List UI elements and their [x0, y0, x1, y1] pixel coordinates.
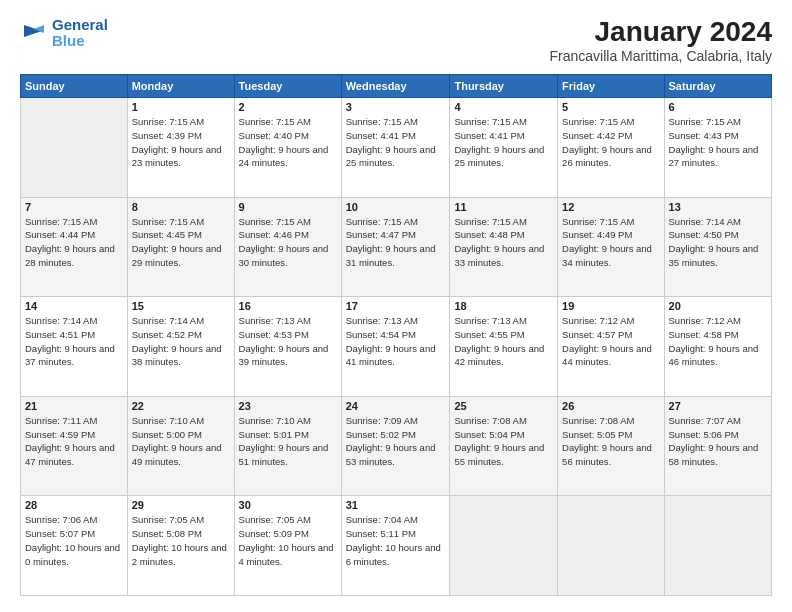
calendar-day-cell: 7Sunrise: 7:15 AMSunset: 4:44 PMDaylight… [21, 197, 128, 297]
calendar-day-cell: 3Sunrise: 7:15 AMSunset: 4:41 PMDaylight… [341, 98, 450, 198]
day-info: Sunrise: 7:14 AMSunset: 4:51 PMDaylight:… [25, 314, 123, 369]
calendar-day-cell: 16Sunrise: 7:13 AMSunset: 4:53 PMDayligh… [234, 297, 341, 397]
calendar-body: 1Sunrise: 7:15 AMSunset: 4:39 PMDaylight… [21, 98, 772, 596]
header: General Blue January 2024 Francavilla Ma… [20, 16, 772, 64]
calendar-day-cell: 22Sunrise: 7:10 AMSunset: 5:00 PMDayligh… [127, 396, 234, 496]
day-info: Sunrise: 7:14 AMSunset: 4:52 PMDaylight:… [132, 314, 230, 369]
day-info: Sunrise: 7:15 AMSunset: 4:46 PMDaylight:… [239, 215, 337, 270]
weekday-header-cell: Wednesday [341, 75, 450, 98]
calendar-day-cell: 26Sunrise: 7:08 AMSunset: 5:05 PMDayligh… [558, 396, 664, 496]
day-info: Sunrise: 7:12 AMSunset: 4:58 PMDaylight:… [669, 314, 767, 369]
calendar-day-cell: 12Sunrise: 7:15 AMSunset: 4:49 PMDayligh… [558, 197, 664, 297]
day-info: Sunrise: 7:14 AMSunset: 4:50 PMDaylight:… [669, 215, 767, 270]
day-number: 29 [132, 499, 230, 511]
weekday-header-cell: Tuesday [234, 75, 341, 98]
calendar-day-cell: 18Sunrise: 7:13 AMSunset: 4:55 PMDayligh… [450, 297, 558, 397]
weekday-header-cell: Thursday [450, 75, 558, 98]
calendar-day-cell: 10Sunrise: 7:15 AMSunset: 4:47 PMDayligh… [341, 197, 450, 297]
day-number: 30 [239, 499, 337, 511]
calendar-day-cell: 19Sunrise: 7:12 AMSunset: 4:57 PMDayligh… [558, 297, 664, 397]
calendar-day-cell: 14Sunrise: 7:14 AMSunset: 4:51 PMDayligh… [21, 297, 128, 397]
calendar-day-cell: 31Sunrise: 7:04 AMSunset: 5:11 PMDayligh… [341, 496, 450, 596]
calendar-day-cell: 11Sunrise: 7:15 AMSunset: 4:48 PMDayligh… [450, 197, 558, 297]
calendar-day-cell: 13Sunrise: 7:14 AMSunset: 4:50 PMDayligh… [664, 197, 771, 297]
page: General Blue January 2024 Francavilla Ma… [0, 0, 792, 612]
day-info: Sunrise: 7:15 AMSunset: 4:47 PMDaylight:… [346, 215, 446, 270]
day-info: Sunrise: 7:10 AMSunset: 5:01 PMDaylight:… [239, 414, 337, 469]
day-number: 20 [669, 300, 767, 312]
day-info: Sunrise: 7:05 AMSunset: 5:09 PMDaylight:… [239, 513, 337, 568]
day-number: 12 [562, 201, 659, 213]
calendar-table: SundayMondayTuesdayWednesdayThursdayFrid… [20, 74, 772, 596]
calendar-day-cell [664, 496, 771, 596]
calendar-day-cell: 27Sunrise: 7:07 AMSunset: 5:06 PMDayligh… [664, 396, 771, 496]
day-number: 23 [239, 400, 337, 412]
day-number: 5 [562, 101, 659, 113]
day-info: Sunrise: 7:15 AMSunset: 4:43 PMDaylight:… [669, 115, 767, 170]
day-info: Sunrise: 7:12 AMSunset: 4:57 PMDaylight:… [562, 314, 659, 369]
weekday-header-cell: Monday [127, 75, 234, 98]
day-number: 9 [239, 201, 337, 213]
calendar-day-cell: 25Sunrise: 7:08 AMSunset: 5:04 PMDayligh… [450, 396, 558, 496]
calendar-day-cell: 2Sunrise: 7:15 AMSunset: 4:40 PMDaylight… [234, 98, 341, 198]
weekday-header-cell: Friday [558, 75, 664, 98]
day-info: Sunrise: 7:04 AMSunset: 5:11 PMDaylight:… [346, 513, 446, 568]
day-number: 17 [346, 300, 446, 312]
day-info: Sunrise: 7:15 AMSunset: 4:44 PMDaylight:… [25, 215, 123, 270]
day-number: 7 [25, 201, 123, 213]
day-info: Sunrise: 7:15 AMSunset: 4:41 PMDaylight:… [454, 115, 553, 170]
day-number: 13 [669, 201, 767, 213]
calendar-day-cell: 8Sunrise: 7:15 AMSunset: 4:45 PMDaylight… [127, 197, 234, 297]
day-info: Sunrise: 7:05 AMSunset: 5:08 PMDaylight:… [132, 513, 230, 568]
calendar-day-cell: 24Sunrise: 7:09 AMSunset: 5:02 PMDayligh… [341, 396, 450, 496]
day-number: 19 [562, 300, 659, 312]
location-title: Francavilla Marittima, Calabria, Italy [549, 48, 772, 64]
calendar-day-cell: 5Sunrise: 7:15 AMSunset: 4:42 PMDaylight… [558, 98, 664, 198]
day-info: Sunrise: 7:09 AMSunset: 5:02 PMDaylight:… [346, 414, 446, 469]
day-number: 16 [239, 300, 337, 312]
day-number: 28 [25, 499, 123, 511]
calendar-week-row: 7Sunrise: 7:15 AMSunset: 4:44 PMDaylight… [21, 197, 772, 297]
calendar-week-row: 28Sunrise: 7:06 AMSunset: 5:07 PMDayligh… [21, 496, 772, 596]
day-info: Sunrise: 7:15 AMSunset: 4:39 PMDaylight:… [132, 115, 230, 170]
title-block: January 2024 Francavilla Marittima, Cala… [549, 16, 772, 64]
day-number: 18 [454, 300, 553, 312]
calendar-day-cell: 20Sunrise: 7:12 AMSunset: 4:58 PMDayligh… [664, 297, 771, 397]
day-number: 15 [132, 300, 230, 312]
day-number: 14 [25, 300, 123, 312]
calendar-header-row: SundayMondayTuesdayWednesdayThursdayFrid… [21, 75, 772, 98]
weekday-header-cell: Sunday [21, 75, 128, 98]
day-number: 6 [669, 101, 767, 113]
month-title: January 2024 [549, 16, 772, 48]
day-number: 21 [25, 400, 123, 412]
day-number: 25 [454, 400, 553, 412]
logo-icon [20, 19, 48, 47]
day-number: 1 [132, 101, 230, 113]
day-info: Sunrise: 7:08 AMSunset: 5:04 PMDaylight:… [454, 414, 553, 469]
day-info: Sunrise: 7:07 AMSunset: 5:06 PMDaylight:… [669, 414, 767, 469]
day-info: Sunrise: 7:13 AMSunset: 4:54 PMDaylight:… [346, 314, 446, 369]
calendar-day-cell [450, 496, 558, 596]
day-info: Sunrise: 7:15 AMSunset: 4:49 PMDaylight:… [562, 215, 659, 270]
calendar-week-row: 21Sunrise: 7:11 AMSunset: 4:59 PMDayligh… [21, 396, 772, 496]
day-number: 31 [346, 499, 446, 511]
day-number: 26 [562, 400, 659, 412]
calendar-week-row: 14Sunrise: 7:14 AMSunset: 4:51 PMDayligh… [21, 297, 772, 397]
day-info: Sunrise: 7:13 AMSunset: 4:53 PMDaylight:… [239, 314, 337, 369]
day-number: 8 [132, 201, 230, 213]
day-info: Sunrise: 7:11 AMSunset: 4:59 PMDaylight:… [25, 414, 123, 469]
calendar-day-cell: 21Sunrise: 7:11 AMSunset: 4:59 PMDayligh… [21, 396, 128, 496]
calendar-day-cell: 30Sunrise: 7:05 AMSunset: 5:09 PMDayligh… [234, 496, 341, 596]
calendar-day-cell: 17Sunrise: 7:13 AMSunset: 4:54 PMDayligh… [341, 297, 450, 397]
logo: General Blue [20, 16, 108, 50]
calendar-day-cell: 29Sunrise: 7:05 AMSunset: 5:08 PMDayligh… [127, 496, 234, 596]
day-info: Sunrise: 7:08 AMSunset: 5:05 PMDaylight:… [562, 414, 659, 469]
weekday-header-cell: Saturday [664, 75, 771, 98]
day-number: 4 [454, 101, 553, 113]
calendar-week-row: 1Sunrise: 7:15 AMSunset: 4:39 PMDaylight… [21, 98, 772, 198]
day-info: Sunrise: 7:13 AMSunset: 4:55 PMDaylight:… [454, 314, 553, 369]
calendar-day-cell: 23Sunrise: 7:10 AMSunset: 5:01 PMDayligh… [234, 396, 341, 496]
calendar-day-cell: 28Sunrise: 7:06 AMSunset: 5:07 PMDayligh… [21, 496, 128, 596]
day-number: 24 [346, 400, 446, 412]
day-number: 10 [346, 201, 446, 213]
